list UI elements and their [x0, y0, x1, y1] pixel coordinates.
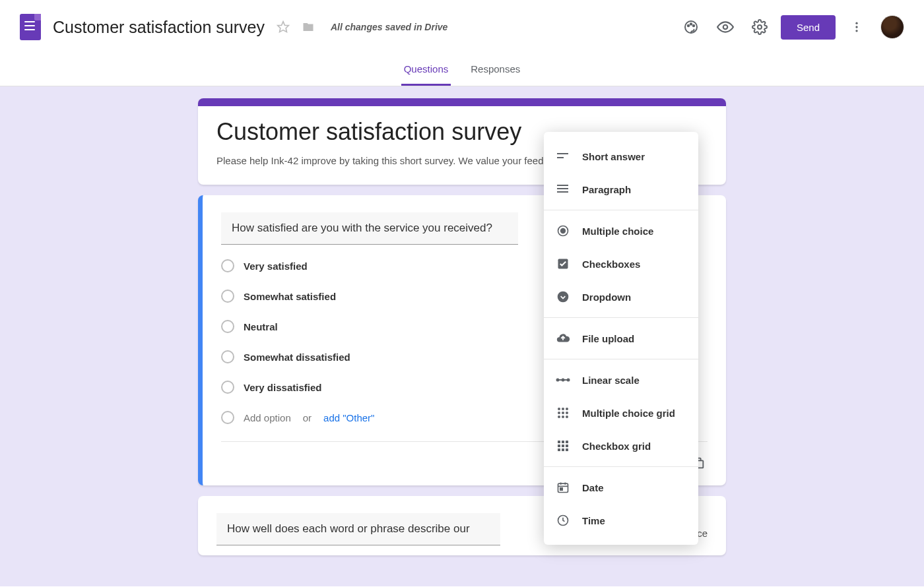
option-label[interactable]: Very satisfied — [244, 261, 308, 272]
document-title[interactable]: Customer satisfaction survey — [53, 18, 265, 37]
svg-point-7 — [855, 22, 857, 24]
option-label[interactable]: Very dissatisfied — [244, 382, 321, 393]
menu-label: Dropdown — [582, 292, 631, 303]
svg-point-21 — [558, 292, 569, 303]
calendar-icon — [556, 480, 570, 495]
dot-grid-icon — [556, 406, 570, 420]
qtype-checkbox-grid[interactable]: Checkbox grid — [544, 429, 698, 462]
radio-icon — [221, 259, 234, 272]
radio-icon — [221, 350, 234, 363]
tabs: Questions Responses — [0, 54, 924, 86]
svg-point-2 — [688, 25, 689, 26]
option-label[interactable]: Neutral — [244, 321, 278, 332]
svg-rect-42 — [562, 448, 564, 451]
menu-label: Checkbox grid — [582, 441, 651, 452]
svg-point-27 — [562, 408, 564, 410]
svg-rect-38 — [558, 445, 560, 447]
menu-label: Linear scale — [582, 375, 640, 386]
svg-rect-48 — [560, 488, 562, 490]
send-button[interactable]: Send — [781, 15, 836, 40]
or-text: or — [303, 412, 312, 423]
option-label[interactable]: Somewhat satisfied — [244, 291, 336, 302]
svg-rect-41 — [558, 448, 560, 451]
svg-rect-36 — [562, 441, 564, 443]
svg-rect-39 — [562, 445, 564, 447]
svg-point-3 — [690, 23, 692, 24]
cloud-upload-icon — [556, 331, 570, 346]
qtype-dropdown[interactable]: Dropdown — [544, 280, 698, 313]
move-folder-icon[interactable] — [302, 20, 315, 34]
accent-bar — [198, 98, 726, 106]
tab-questions[interactable]: Questions — [401, 54, 451, 86]
svg-rect-43 — [566, 448, 568, 451]
question-text-wrap — [221, 212, 518, 245]
tab-responses[interactable]: Responses — [468, 54, 523, 86]
menu-label: Short answer — [582, 151, 645, 162]
question-text-input[interactable] — [227, 522, 490, 536]
radio-selected-icon — [556, 224, 570, 238]
menu-separator — [544, 210, 698, 210]
forms-logo-icon[interactable] — [20, 14, 41, 40]
star-icon[interactable] — [277, 20, 290, 34]
menu-separator — [544, 466, 698, 467]
qtype-multiple-choice-grid[interactable]: Multiple choice grid — [544, 396, 698, 429]
menu-label: Time — [582, 515, 605, 526]
svg-point-28 — [566, 408, 568, 410]
svg-point-4 — [693, 25, 694, 26]
svg-point-33 — [562, 416, 564, 418]
svg-point-8 — [855, 26, 857, 28]
qtype-multiple-choice[interactable]: Multiple choice — [544, 214, 698, 247]
svg-point-9 — [855, 30, 857, 32]
app-frame: Customer satisfaction survey All changes… — [0, 0, 924, 587]
paragraph-icon — [556, 182, 570, 197]
menu-label: File upload — [582, 333, 634, 344]
add-option-text[interactable]: Add option — [244, 412, 291, 423]
form-canvas: Customer satisfaction survey Please help… — [0, 86, 924, 586]
qtype-file-upload[interactable]: File upload — [544, 322, 698, 355]
linear-scale-icon — [556, 373, 570, 387]
question-text-wrap — [216, 513, 500, 545]
radio-icon — [221, 381, 234, 394]
question-type-menu: Short answer Paragraph Multiple choice C… — [544, 132, 698, 545]
menu-label: Checkboxes — [582, 259, 640, 270]
menu-label: Paragraph — [582, 184, 631, 195]
qtype-time[interactable]: Time — [544, 504, 698, 537]
clock-icon — [556, 513, 570, 528]
qtype-linear-scale[interactable]: Linear scale — [544, 363, 698, 396]
square-grid-icon — [556, 439, 570, 453]
svg-marker-0 — [278, 22, 289, 32]
svg-point-29 — [558, 412, 560, 414]
menu-label: Multiple choice — [582, 226, 653, 237]
menu-separator — [544, 317, 698, 318]
radio-icon — [221, 411, 234, 424]
svg-point-31 — [566, 412, 568, 414]
preview-icon[interactable] — [712, 14, 739, 40]
settings-icon[interactable] — [746, 14, 773, 40]
more-icon[interactable] — [843, 14, 870, 40]
svg-point-32 — [558, 416, 560, 418]
svg-rect-35 — [558, 441, 560, 443]
qtype-paragraph[interactable]: Paragraph — [544, 173, 698, 206]
question-text-input[interactable] — [232, 222, 508, 235]
dropdown-icon — [556, 290, 570, 304]
qtype-date[interactable]: Date — [544, 471, 698, 504]
qtype-short-answer[interactable]: Short answer — [544, 140, 698, 173]
svg-point-30 — [562, 412, 564, 414]
customize-theme-icon[interactable] — [678, 14, 704, 40]
checkbox-icon — [556, 257, 570, 271]
menu-label: Date — [582, 482, 604, 493]
svg-point-34 — [566, 416, 568, 418]
save-status: All changes saved in Drive — [331, 22, 447, 32]
svg-point-5 — [723, 25, 728, 30]
option-label[interactable]: Somewhat dissatisfied — [244, 352, 350, 363]
radio-icon — [221, 290, 234, 303]
svg-point-6 — [758, 25, 762, 29]
svg-point-26 — [558, 408, 560, 410]
qtype-checkboxes[interactable]: Checkboxes — [544, 247, 698, 280]
top-bar: Customer satisfaction survey All changes… — [0, 0, 924, 54]
account-avatar[interactable] — [880, 15, 904, 39]
short-answer-icon — [556, 149, 570, 164]
svg-rect-40 — [566, 445, 568, 447]
add-other-link[interactable]: add "Other" — [323, 412, 374, 423]
menu-separator — [544, 359, 698, 359]
